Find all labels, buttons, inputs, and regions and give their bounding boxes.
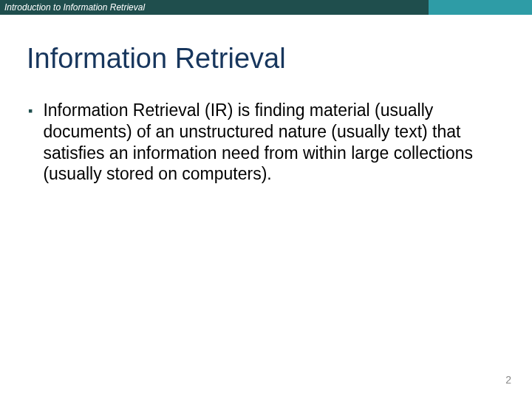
header-teal-segment xyxy=(429,0,532,15)
header-dark-segment: Introduction to Information Retrieval xyxy=(0,0,429,15)
page-number: 2 xyxy=(505,374,511,386)
bullet-text: Information Retrieval (IR) is finding ma… xyxy=(43,100,505,185)
slide-title: Information Retrieval xyxy=(27,43,532,75)
header-bar: Introduction to Information Retrieval xyxy=(0,0,532,15)
header-label: Introduction to Information Retrieval xyxy=(4,2,145,13)
list-item: ▪ Information Retrieval (IR) is finding … xyxy=(27,100,505,185)
bullet-marker-icon: ▪ xyxy=(28,100,33,122)
bullet-list: ▪ Information Retrieval (IR) is finding … xyxy=(27,100,505,185)
